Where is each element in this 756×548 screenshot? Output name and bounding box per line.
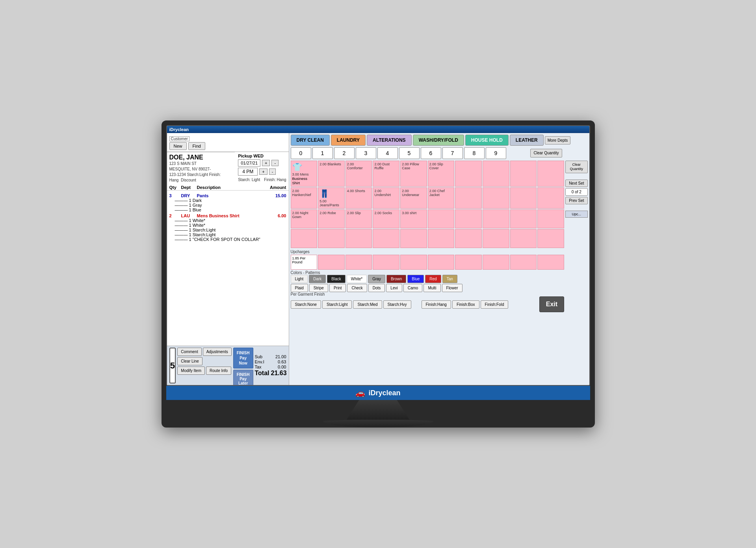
pattern-print[interactable]: Print	[329, 284, 346, 292]
date-minus[interactable]: -	[271, 160, 279, 166]
dept-household[interactable]: HOUSE HOLD	[465, 135, 509, 146]
item-empty-10[interactable]	[455, 209, 482, 228]
finish-starch-hvy[interactable]: Starch:Hvy	[383, 300, 411, 309]
num-8[interactable]: 8	[464, 147, 485, 159]
dept-leather[interactable]: LEATHER	[510, 135, 544, 146]
finish-starch-med[interactable]: Starch:Med	[353, 300, 382, 309]
finish-pay-later-button[interactable]: FINISHPayLater	[233, 370, 253, 386]
color-red[interactable]: Red	[425, 275, 441, 283]
clear-line-button[interactable]: Clear Line	[177, 357, 202, 365]
exit-button[interactable]: Exit	[539, 296, 564, 312]
comment-button[interactable]: Comment	[177, 348, 201, 356]
modify-item-button[interactable]: Modify Item	[177, 367, 205, 375]
upcharge-empty-2[interactable]	[345, 255, 372, 270]
item-shorts[interactable]: 4.00 Shorts	[345, 187, 372, 209]
item-empty-11[interactable]	[483, 209, 509, 228]
item-empty-4[interactable]	[537, 161, 564, 187]
item-slip[interactable]: 2.00 Slip	[345, 209, 372, 228]
more-depts-button[interactable]: More Depts	[545, 136, 571, 144]
upcharge-empty-8[interactable]	[510, 255, 537, 270]
item-empty-14[interactable]	[291, 229, 318, 248]
time-plus[interactable]: +	[259, 168, 267, 175]
item-mens-business-shirt[interactable]: 👕 3.00 Mens Business Shirt	[291, 161, 318, 187]
pattern-check[interactable]: Check	[347, 284, 367, 292]
item-empty-17[interactable]	[373, 229, 399, 248]
upcharge-per-pound[interactable]: 1.85 Per Pound	[291, 255, 318, 270]
time-minus[interactable]: -	[269, 168, 276, 175]
item-undershirt[interactable]: 2.00 Undershirt	[373, 187, 399, 209]
item-empty-22[interactable]	[510, 229, 537, 248]
pattern-dots[interactable]: Dots	[368, 284, 385, 292]
item-blankets[interactable]: 2.00 Blankets	[318, 161, 345, 187]
upcharge-empty-3[interactable]	[373, 255, 399, 270]
adjustments-button[interactable]: Adjustments	[203, 348, 232, 356]
num-4[interactable]: 4	[377, 147, 398, 159]
finish-hang[interactable]: Finish:Hang	[422, 300, 451, 309]
date-plus[interactable]: +	[262, 160, 270, 166]
upcharge-empty-5[interactable]	[428, 255, 455, 270]
pattern-multi[interactable]: Multi	[424, 284, 440, 292]
pattern-levi[interactable]: Levi	[386, 284, 402, 292]
num-7[interactable]: 7	[442, 147, 463, 159]
finish-starch-light[interactable]: Starch:Light	[322, 300, 352, 309]
finish-box[interactable]: Finish:Box	[452, 300, 479, 309]
pattern-stripe[interactable]: Stripe	[309, 284, 328, 292]
item-empty-18[interactable]	[400, 229, 427, 248]
color-tan[interactable]: Tan	[442, 275, 457, 283]
item-empty-21[interactable]	[483, 229, 509, 248]
item-dust-ruffle[interactable]: 2.00 Dust Ruffle	[373, 161, 399, 187]
num-5[interactable]: 5	[399, 147, 420, 159]
new-button[interactable]: New	[169, 142, 187, 150]
color-gray[interactable]: Gray	[368, 275, 385, 283]
item-slip-cover[interactable]: 2.00 Slip Cover	[428, 161, 455, 187]
order-item-1[interactable]: 3 DRY Pants 15.00	[167, 193, 289, 198]
dept-dryclean[interactable]: DRY CLEAN	[291, 135, 330, 146]
item-empty-15[interactable]	[318, 229, 345, 248]
pickup-time[interactable]: 4 PM	[238, 168, 258, 176]
find-button[interactable]: Find	[188, 142, 205, 150]
color-dark[interactable]: Dark	[309, 275, 326, 283]
item-empty-9[interactable]	[428, 209, 455, 228]
item-empty-8[interactable]	[537, 187, 564, 209]
item-empty-13[interactable]	[537, 209, 564, 228]
num-1[interactable]: 1	[312, 147, 333, 159]
color-brown[interactable]: Brown	[386, 275, 406, 283]
upc-button[interactable]: Upc...	[565, 211, 587, 218]
pattern-plaid[interactable]: Plaid	[291, 284, 308, 292]
upcharge-empty-7[interactable]	[483, 255, 509, 270]
color-black[interactable]: Black	[327, 275, 345, 283]
item-empty-3[interactable]	[510, 161, 537, 187]
num-6[interactable]: 6	[421, 147, 441, 159]
num-2[interactable]: 2	[334, 147, 355, 159]
item-night-gown[interactable]: 2.00 Night Gown	[291, 209, 318, 228]
item-hankerchief[interactable]: 2.00 Hankerchief	[291, 187, 318, 209]
item-socks[interactable]: 2.00 Socks	[373, 209, 399, 228]
num-0[interactable]: 0	[291, 147, 311, 159]
finish-fold[interactable]: Finish:Fold	[481, 300, 509, 309]
item-empty-19[interactable]	[428, 229, 455, 248]
color-white[interactable]: White*	[347, 275, 367, 283]
upcharge-empty-9[interactable]	[537, 255, 564, 270]
item-comforter[interactable]: 2.00 Comforter	[345, 161, 372, 187]
next-set-button[interactable]: Next Set	[565, 180, 587, 187]
order-item-2[interactable]: 2 LAU Mens Business Shirt 6.00	[167, 213, 289, 218]
finish-pay-now-button[interactable]: FINISHPay Now	[233, 348, 253, 368]
finish-starch-none[interactable]: Starch:None	[291, 300, 321, 309]
prev-set-button[interactable]: Prev Set	[565, 197, 587, 204]
item-shirt[interactable]: 3.00 shirt	[400, 209, 427, 228]
item-underwear[interactable]: 2.00 Underwear	[400, 187, 427, 209]
item-empty-1[interactable]	[455, 161, 482, 187]
item-empty-20[interactable]	[455, 229, 482, 248]
item-empty-5[interactable]	[455, 187, 482, 209]
item-empty-12[interactable]	[510, 209, 537, 228]
upcharge-empty-4[interactable]	[400, 255, 427, 270]
num-3[interactable]: 3	[356, 147, 376, 159]
pattern-flower[interactable]: Flower	[442, 284, 463, 292]
item-empty-2[interactable]	[483, 161, 509, 187]
pattern-camo[interactable]: Camo	[403, 284, 423, 292]
item-empty-16[interactable]	[345, 229, 372, 248]
color-light[interactable]: Light	[291, 275, 308, 283]
item-chef-jacket[interactable]: 2.00 Chef Jacket	[428, 187, 455, 209]
item-jeans-pants[interactable]: 👖 5.00 Jeans/Pants	[318, 187, 345, 209]
clear-quantity-button[interactable]: Clear Quantity	[530, 149, 563, 157]
